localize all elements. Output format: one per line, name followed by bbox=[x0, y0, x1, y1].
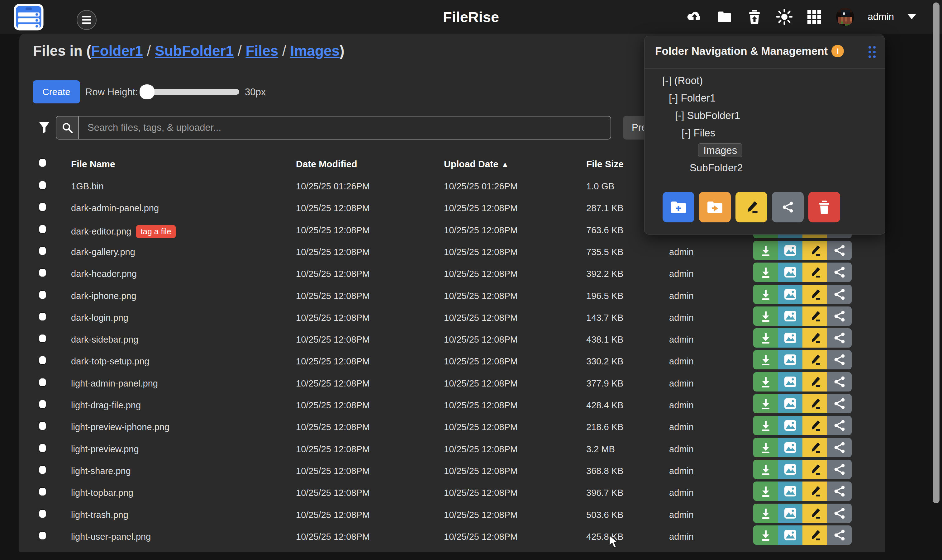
share-button[interactable] bbox=[827, 416, 852, 435]
file-name[interactable]: light-admin-panel.png bbox=[71, 378, 158, 389]
edit-button[interactable] bbox=[802, 394, 827, 413]
row-height-slider[interactable] bbox=[140, 89, 239, 95]
preview-image-button[interactable] bbox=[778, 285, 802, 304]
share-button[interactable] bbox=[827, 328, 852, 348]
download-button[interactable] bbox=[753, 372, 778, 391]
folder-tree-item-subfolder1[interactable]: [-] SubFolder1 bbox=[675, 110, 740, 122]
file-row[interactable]: dark-gallery.png10/25/25 12:08PM10/25/25… bbox=[19, 240, 885, 262]
rename-folder-button[interactable] bbox=[736, 192, 767, 222]
file-name[interactable]: light-trash.png bbox=[71, 510, 128, 520]
download-button[interactable] bbox=[753, 328, 778, 348]
preview-image-button[interactable] bbox=[778, 394, 802, 413]
search-input[interactable] bbox=[79, 117, 611, 139]
file-name[interactable]: 1GB.bin bbox=[71, 181, 104, 192]
file-row[interactable]: light-user-panel.png10/25/25 12:08PM10/2… bbox=[19, 525, 885, 547]
row-checkbox[interactable] bbox=[38, 181, 46, 190]
preview-image-button[interactable] bbox=[778, 306, 802, 326]
edit-button[interactable] bbox=[802, 525, 827, 545]
file-name[interactable]: light-share.png bbox=[71, 466, 131, 476]
chevron-down-icon[interactable] bbox=[908, 14, 916, 19]
preview-image-button[interactable] bbox=[778, 460, 802, 479]
file-name[interactable]: dark-totp-setup.png bbox=[71, 356, 149, 366]
edit-button[interactable] bbox=[802, 416, 827, 435]
row-checkbox[interactable] bbox=[38, 487, 46, 496]
share-button[interactable] bbox=[827, 350, 852, 369]
folder-tree-item-files[interactable]: [-] Files bbox=[682, 127, 715, 139]
file-row[interactable]: light-topbar.png10/25/25 12:08PM10/25/25… bbox=[19, 481, 885, 503]
download-button[interactable] bbox=[753, 460, 778, 479]
download-button[interactable] bbox=[753, 263, 778, 282]
column-header-file-name[interactable]: File Name bbox=[71, 159, 115, 169]
row-checkbox[interactable] bbox=[38, 225, 46, 234]
move-folder-button[interactable] bbox=[699, 192, 731, 222]
folder-tree-item-folder1[interactable]: [-] Folder1 bbox=[669, 92, 716, 104]
file-name[interactable]: dark-iphone.png bbox=[71, 291, 137, 301]
upload-cloud-icon[interactable] bbox=[686, 9, 703, 25]
preview-image-button[interactable] bbox=[778, 372, 802, 391]
file-row[interactable]: dark-totp-setup.png10/25/25 12:08PM10/25… bbox=[19, 349, 885, 371]
breadcrumb-link-files[interactable]: Files bbox=[245, 43, 278, 59]
preview-image-button[interactable] bbox=[778, 328, 802, 348]
download-button[interactable] bbox=[753, 350, 778, 369]
file-row[interactable]: dark-sidebar.png10/25/25 12:08PM10/25/25… bbox=[19, 328, 885, 349]
row-checkbox[interactable] bbox=[38, 356, 46, 365]
share-button[interactable] bbox=[827, 306, 852, 326]
grid-view-icon[interactable] bbox=[806, 9, 822, 25]
download-button[interactable] bbox=[753, 525, 778, 545]
edit-button[interactable] bbox=[802, 504, 827, 523]
file-name[interactable]: dark-gallery.png bbox=[71, 247, 135, 257]
edit-button[interactable] bbox=[802, 306, 827, 326]
breadcrumb-link-folder1[interactable]: Folder1 bbox=[91, 43, 143, 59]
column-header-file-size[interactable]: File Size bbox=[586, 159, 623, 169]
file-name[interactable]: light-preview-iphone.png bbox=[71, 422, 169, 432]
file-row[interactable]: light-trash.png10/25/25 12:08PM10/25/25 … bbox=[19, 503, 885, 525]
edit-button[interactable] bbox=[802, 241, 827, 260]
download-button[interactable] bbox=[753, 306, 778, 326]
file-name[interactable]: light-drag-file.png bbox=[71, 400, 141, 411]
user-avatar[interactable] bbox=[836, 8, 854, 26]
share-button[interactable] bbox=[827, 438, 852, 457]
row-checkbox[interactable] bbox=[38, 312, 46, 321]
info-icon[interactable]: i bbox=[831, 45, 844, 57]
preview-image-button[interactable] bbox=[778, 525, 802, 545]
row-checkbox[interactable] bbox=[38, 465, 46, 474]
drag-handle-icon[interactable] bbox=[868, 46, 876, 58]
share-button[interactable] bbox=[827, 285, 852, 304]
edit-button[interactable] bbox=[802, 482, 827, 501]
file-row[interactable]: dark-iphone.png10/25/25 12:08PM10/25/25 … bbox=[19, 284, 885, 306]
vertical-scrollbar[interactable] bbox=[933, 3, 939, 503]
download-button[interactable] bbox=[753, 438, 778, 457]
search-icon[interactable] bbox=[56, 117, 79, 139]
file-name[interactable]: dark-editor.pngtag a file bbox=[71, 225, 176, 238]
preview-image-button[interactable] bbox=[778, 350, 802, 369]
column-header-date-modified[interactable]: Date Modified bbox=[296, 159, 357, 169]
trash-restore-icon[interactable] bbox=[747, 9, 763, 25]
filter-funnel-icon[interactable] bbox=[38, 122, 50, 135]
share-button[interactable] bbox=[827, 372, 852, 391]
row-checkbox[interactable] bbox=[38, 378, 46, 387]
edit-button[interactable] bbox=[802, 285, 827, 304]
edit-button[interactable] bbox=[802, 438, 827, 457]
share-button[interactable] bbox=[827, 482, 852, 501]
breadcrumb-link-subfolder1[interactable]: SubFolder1 bbox=[155, 43, 234, 59]
delete-folder-button[interactable] bbox=[808, 192, 840, 222]
file-row[interactable]: light-preview-iphone.png10/25/25 12:08PM… bbox=[19, 415, 885, 437]
row-checkbox[interactable] bbox=[38, 268, 46, 277]
share-folder-button[interactable] bbox=[772, 192, 804, 222]
file-name[interactable]: dark-admin-panel.png bbox=[71, 203, 159, 213]
preview-image-button[interactable] bbox=[778, 438, 802, 457]
file-row[interactable]: light-preview.png10/25/25 12:08PM10/25/2… bbox=[19, 437, 885, 459]
share-button[interactable] bbox=[827, 241, 852, 260]
file-row[interactable]: light-admin-panel.png10/25/25 12:08PM10/… bbox=[19, 372, 885, 393]
row-checkbox[interactable] bbox=[38, 509, 46, 518]
file-name[interactable]: light-preview.png bbox=[71, 444, 139, 454]
tag-badge[interactable]: tag a file bbox=[136, 225, 175, 238]
file-row[interactable]: dark-header.png10/25/25 12:08PM10/25/25 … bbox=[19, 262, 885, 284]
row-checkbox[interactable] bbox=[38, 334, 46, 343]
folder-icon[interactable] bbox=[716, 9, 733, 25]
share-button[interactable] bbox=[827, 263, 852, 282]
download-button[interactable] bbox=[753, 482, 778, 501]
folder-tree-item-subfolder2[interactable]: SubFolder2 bbox=[690, 162, 743, 174]
preview-image-button[interactable] bbox=[778, 263, 802, 282]
share-button[interactable] bbox=[827, 525, 852, 545]
